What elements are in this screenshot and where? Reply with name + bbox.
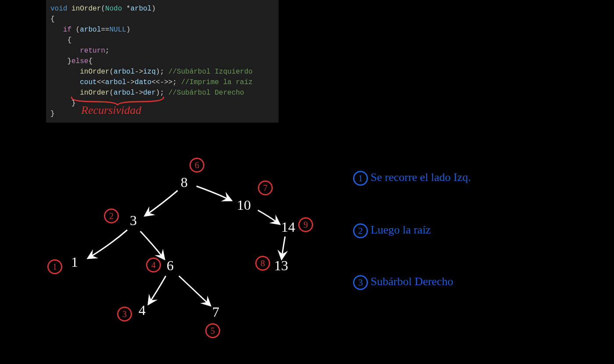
code-line-4: { (50, 35, 274, 46)
step-1-circle: 1 (353, 171, 368, 186)
order-circle-8: 8 (255, 256, 270, 271)
tree-node-10: 10 (237, 197, 251, 213)
code-line-2: { (50, 14, 274, 25)
tree-node-7: 7 (212, 304, 219, 320)
step-3-circle: 3 (353, 275, 368, 290)
code-line-8: cout<<arbol->dato<<->>; //Imprime la raí… (50, 77, 274, 88)
code-line-1: void inOrder(Nodo *arbol) (50, 4, 274, 14)
order-circle-6: 6 (189, 158, 204, 173)
order-circle-1: 1 (47, 259, 62, 274)
order-circle-9: 9 (298, 217, 313, 232)
tree-node-8: 8 (181, 174, 188, 191)
step-3: 3Subárbol Derecho (353, 275, 453, 290)
tree-node-3: 3 (130, 212, 137, 229)
tree-node-6: 6 (167, 258, 174, 274)
order-circle-3: 3 (117, 307, 132, 322)
order-circle-5: 5 (205, 323, 220, 338)
step-2: 2Luego la raíz (353, 223, 431, 238)
recursividad-label: Recursividad (81, 104, 141, 117)
order-circle-4: 4 (146, 258, 161, 272)
step-3-text: Subárbol Derecho (371, 275, 453, 288)
order-circle-7: 7 (258, 180, 273, 195)
tree-node-13: 13 (274, 258, 288, 274)
step-2-circle: 2 (353, 223, 368, 238)
tree-node-14: 14 (281, 219, 295, 235)
code-line-5: return; (50, 46, 274, 56)
tree-node-1: 1 (71, 254, 78, 270)
code-line-3: if (arbol==NULL) (50, 25, 274, 35)
code-line-6: }else{ (50, 56, 274, 67)
step-1: 1Se recorre el lado Izq. (353, 171, 471, 186)
code-line-7: inOrder(arbol->izq); //Subárbol Izquierd… (50, 67, 274, 77)
tree-node-4: 4 (139, 302, 146, 318)
step-2-text: Luego la raíz (371, 223, 431, 236)
order-circle-2: 2 (104, 209, 119, 223)
step-1-text: Se recorre el lado Izq. (371, 171, 471, 184)
